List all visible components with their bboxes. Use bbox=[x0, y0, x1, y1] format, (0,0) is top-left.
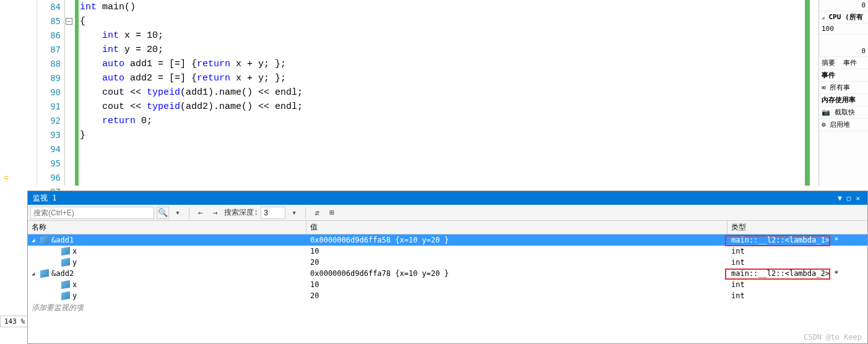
memory-label: 内存使用率 bbox=[819, 94, 868, 106]
watch-row[interactable]: y20int bbox=[28, 257, 867, 268]
variable-icon bbox=[61, 247, 70, 256]
diagnostics-panel: 0 ◢ CPU (所有 100 0 摘要 事件 事件 ∞ 所有事 内存使用率 📷… bbox=[818, 0, 868, 186]
depth-input[interactable] bbox=[261, 207, 285, 219]
variable-icon bbox=[40, 269, 49, 278]
watch-var-name: &add2 bbox=[51, 269, 74, 278]
watch-grid-body: ◢&add10x0000006d9d6ffa58 {x=10 y=20 }mai… bbox=[28, 234, 867, 301]
column-header-name[interactable]: 名称 bbox=[28, 221, 306, 234]
watch-grid-header: 名称 值 类型 bbox=[28, 221, 867, 234]
search-button[interactable]: 🔍 bbox=[157, 207, 169, 219]
code-editor[interactable]: int main(){ int x = 10; int y = 20; auto… bbox=[79, 0, 868, 186]
watch-row[interactable]: x10int bbox=[28, 246, 867, 257]
cpu-section-label[interactable]: ◢ CPU (所有 bbox=[819, 11, 868, 24]
watch-var-type: int bbox=[731, 247, 745, 256]
snapshot-link[interactable]: 📷 截取快 bbox=[819, 106, 868, 119]
variable-icon bbox=[61, 291, 70, 300]
current-line-arrow-icon: ➪ bbox=[4, 171, 10, 183]
watch-var-name: x bbox=[72, 247, 77, 256]
change-marker-right bbox=[805, 0, 810, 186]
toolbar-btn-2[interactable]: ⊞ bbox=[326, 207, 338, 219]
enable-heap-link[interactable]: ⚙ 启用堆 bbox=[819, 119, 868, 131]
variable-icon bbox=[61, 258, 70, 267]
watch-var-name: y bbox=[72, 291, 77, 300]
watch-var-type: int bbox=[731, 258, 745, 267]
search-dropdown[interactable]: ▾ bbox=[171, 207, 184, 219]
watch-var-name: x bbox=[72, 280, 77, 289]
toolbar-btn-1[interactable]: ⇵ bbox=[311, 207, 323, 219]
fold-column[interactable]: − bbox=[65, 0, 75, 186]
watch-var-name: y bbox=[72, 258, 77, 267]
watch-var-value: 10 bbox=[306, 247, 727, 256]
diag-value-bottom: 0 bbox=[861, 47, 866, 55]
window-pin-icon[interactable]: ▢ bbox=[844, 194, 854, 202]
watch-row[interactable]: y20int bbox=[28, 290, 867, 301]
events-label: 事件 bbox=[819, 69, 868, 82]
expand-toggle-icon[interactable]: ◢ bbox=[32, 270, 38, 277]
watch-row[interactable]: ◢&add20x0000006d9d6ffa78 {x=10 y=20 }mai… bbox=[28, 268, 867, 279]
watch-title-text: 监视 1 bbox=[33, 193, 835, 204]
fold-toggle-icon[interactable]: − bbox=[66, 18, 72, 25]
line-number-gutter: 8485868788899091929394959697 bbox=[37, 0, 65, 186]
nav-forward-button[interactable]: → bbox=[209, 207, 222, 219]
watch-panel: 监视 1 ▼ ▢ ✕ 🔍 ▾ ← → 搜索深度: ▾ ⇵ ⊞ 名称 值 类型 ◢… bbox=[27, 191, 868, 344]
add-watch-hint[interactable]: 添加要监视的项 bbox=[28, 301, 867, 314]
watch-var-type: main::__l2::<lambda_1> * bbox=[731, 236, 838, 244]
watch-var-value: 20 bbox=[306, 291, 727, 300]
watch-var-type: int bbox=[731, 291, 745, 300]
search-input[interactable] bbox=[30, 207, 154, 219]
expand-toggle-icon[interactable]: ◢ bbox=[32, 237, 38, 243]
cpu-value: 100 bbox=[819, 24, 868, 35]
watch-var-type: int bbox=[731, 280, 745, 289]
tabs-row[interactable]: 摘要 事件 bbox=[819, 57, 868, 69]
watch-row[interactable]: ◢&add10x0000006d9d6ffa58 {x=10 y=20 }mai… bbox=[28, 234, 867, 246]
watch-row[interactable]: x10int bbox=[28, 279, 867, 290]
all-events-link[interactable]: ∞ 所有事 bbox=[819, 82, 868, 94]
variable-icon bbox=[40, 236, 49, 244]
watch-var-value: 0x0000006d9d6ffa58 {x=10 y=20 } bbox=[306, 236, 727, 244]
watch-var-value: 10 bbox=[306, 280, 727, 289]
watch-var-value: 20 bbox=[306, 258, 727, 267]
variable-icon bbox=[61, 280, 70, 289]
watch-var-value: 0x0000006d9d6ffa78 {x=10 y=20 } bbox=[306, 269, 727, 278]
column-header-value[interactable]: 值 bbox=[306, 221, 727, 234]
watch-titlebar[interactable]: 监视 1 ▼ ▢ ✕ bbox=[28, 191, 867, 205]
column-header-type[interactable]: 类型 bbox=[727, 221, 867, 234]
depth-label: 搜索深度: bbox=[224, 207, 258, 218]
nav-back-button[interactable]: ← bbox=[194, 207, 207, 219]
window-close-icon[interactable]: ✕ bbox=[853, 194, 862, 202]
diag-value: 0 bbox=[819, 0, 868, 11]
window-dropdown-icon[interactable]: ▼ bbox=[835, 194, 844, 202]
breakpoint-margin[interactable]: ➪ bbox=[0, 0, 37, 186]
depth-dropdown[interactable]: ▾ bbox=[288, 207, 300, 219]
watch-var-name: &add1 bbox=[51, 236, 74, 244]
watch-var-type: main::__l2::<lambda_2> * bbox=[731, 269, 838, 278]
watch-toolbar: 🔍 ▾ ← → 搜索深度: ▾ ⇵ ⊞ bbox=[28, 205, 867, 221]
watermark: CSDN @to Keep bbox=[804, 333, 862, 342]
